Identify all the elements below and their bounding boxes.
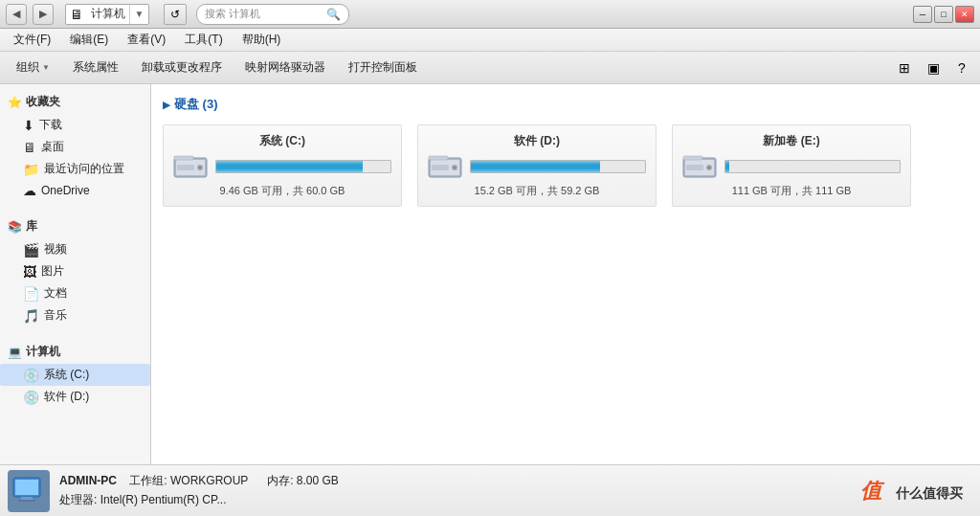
sidebar-item-video[interactable]: 🎬 视频 xyxy=(0,238,150,260)
drive-item-2[interactable]: 新加卷 (E:) 111 GB 可用，共 111 GB xyxy=(672,124,911,207)
drive-progress-bar-2 xyxy=(725,161,729,172)
drive-progress-container-0 xyxy=(215,160,391,173)
sidebar-item-downloads[interactable]: ⬇ 下载 xyxy=(0,114,150,136)
sidebar-libraries-section: 📚 库 🎬 视频 🖼 图片 📄 文档 🎵 音乐 xyxy=(0,214,150,326)
forward-button[interactable]: ▶ xyxy=(33,4,54,25)
uninstall-button[interactable]: 卸载或更改程序 xyxy=(131,55,233,80)
map-drive-button[interactable]: 映射网络驱动器 xyxy=(234,55,336,80)
menu-item-查看(V)[interactable]: 查看(V) xyxy=(118,30,175,50)
sidebar-item-onedrive[interactable]: ☁ OneDrive xyxy=(0,180,150,201)
computer-status-icon xyxy=(8,470,50,512)
drive-progress-container-1 xyxy=(470,160,646,173)
open-control-panel-button[interactable]: 打开控制面板 xyxy=(338,55,428,80)
svg-point-15 xyxy=(708,167,711,169)
system-properties-label: 系统属性 xyxy=(73,59,119,76)
address-icon: 🖥 xyxy=(66,7,87,22)
sidebar-item-d-drive[interactable]: 💿 软件 (D:) xyxy=(0,386,150,408)
sidebar: ⭐ 收藏夹 ⬇ 下载 🖥 桌面 📁 最近访问的位置 ☁ OneDrive xyxy=(0,84,151,464)
svg-rect-19 xyxy=(15,480,38,495)
refresh-button[interactable]: ↺ xyxy=(164,4,187,25)
address-text: 计算机 xyxy=(87,6,129,22)
toolbar-right: ⊞ ▣ ? xyxy=(892,56,974,80)
address-bar[interactable]: 🖥 计算机 ▼ xyxy=(65,4,149,25)
minimize-button[interactable]: ─ xyxy=(913,6,932,23)
organize-button[interactable]: 组织 ▼ xyxy=(6,55,60,80)
uninstall-label: 卸载或更改程序 xyxy=(142,59,222,76)
drive-item-1[interactable]: 软件 (D:) 15.2 GB 可用，共 59.2 GB xyxy=(417,124,657,207)
drives-row: 系统 (C:) 9.46 GB 可用，共 60.0 GB xyxy=(163,124,969,207)
svg-rect-4 xyxy=(177,165,194,170)
sidebar-libraries-title: 📚 库 xyxy=(0,214,150,238)
drive-name-1: 软件 (D:) xyxy=(428,133,646,149)
drive-icon-bar-2 xyxy=(682,153,901,180)
drive-name-2: 新加卷 (E:) xyxy=(682,133,901,149)
recent-icon: 📁 xyxy=(23,162,39,177)
status-info: ADMIN-PC 工作组: WORKGROUP 内存: 8.00 GB 处理器:… xyxy=(59,472,851,508)
menu-item-文件(F)[interactable]: 文件(F) xyxy=(4,30,60,50)
pictures-icon: 🖼 xyxy=(23,264,36,280)
main-content: ⭐ 收藏夹 ⬇ 下载 🖥 桌面 📁 最近访问的位置 ☁ OneDrive xyxy=(0,84,980,464)
toolbar: 组织 ▼ 系统属性 卸载或更改程序 映射网络驱动器 打开控制面板 ⊞ ▣ ? xyxy=(0,52,980,84)
drive-progress-bar-0 xyxy=(216,161,363,172)
search-box[interactable]: 搜索 计算机 🔍 xyxy=(196,4,349,25)
view-icon-button[interactable]: ⊞ xyxy=(892,56,917,80)
help-icon-button[interactable]: ? xyxy=(949,56,974,80)
open-control-panel-label: 打开控制面板 xyxy=(348,59,417,76)
computer-icon: 💻 xyxy=(8,346,22,359)
drive-icon-0 xyxy=(173,153,208,180)
drive-area: 硬盘 (3) 系统 (C:) xyxy=(151,84,980,464)
svg-point-3 xyxy=(199,167,202,169)
svg-rect-20 xyxy=(21,497,33,500)
organize-arrow: ▼ xyxy=(42,63,50,72)
sidebar-item-documents[interactable]: 📄 文档 xyxy=(0,282,150,304)
svg-rect-5 xyxy=(174,156,193,160)
menu-item-工具(T)[interactable]: 工具(T) xyxy=(175,30,232,50)
title-bar: ◀ ▶ 🖥 计算机 ▼ ↺ 搜索 计算机 🔍 ─ □ ✕ xyxy=(0,0,980,29)
sidebar-favorites-section: ⭐ 收藏夹 ⬇ 下载 🖥 桌面 📁 最近访问的位置 ☁ OneDrive xyxy=(0,90,150,201)
back-button[interactable]: ◀ xyxy=(6,4,27,25)
maximize-button[interactable]: □ xyxy=(934,6,953,23)
drive-icon-bar-1 xyxy=(428,153,646,180)
drive-progress-bar-1 xyxy=(471,161,600,172)
sidebar-favorites-title: ⭐ 收藏夹 xyxy=(0,90,150,114)
close-button[interactable]: ✕ xyxy=(955,6,974,23)
svg-point-9 xyxy=(454,167,457,169)
svg-rect-10 xyxy=(432,165,449,170)
drive-section-title: 硬盘 (3) xyxy=(163,96,969,113)
onedrive-icon: ☁ xyxy=(23,183,36,198)
menu-item-编辑(E)[interactable]: 编辑(E) xyxy=(60,30,118,50)
status-bar: ADMIN-PC 工作组: WORKGROUP 内存: 8.00 GB 处理器:… xyxy=(0,464,980,516)
star-icon: ⭐ xyxy=(8,96,22,109)
sidebar-computer-section: 💻 计算机 💿 系统 (C:) 💿 软件 (D:) xyxy=(0,340,150,408)
sidebar-item-pictures[interactable]: 🖼 图片 xyxy=(0,260,150,282)
search-placeholder: 搜索 计算机 xyxy=(205,7,326,21)
sidebar-computer-title: 💻 计算机 xyxy=(0,340,150,364)
system-properties-button[interactable]: 系统属性 xyxy=(62,55,129,80)
title-bar-left: ◀ ▶ 🖥 计算机 ▼ ↺ 搜索 计算机 🔍 xyxy=(6,4,349,25)
sidebar-item-desktop[interactable]: 🖥 桌面 xyxy=(0,136,150,158)
status-line-2: 处理器: Intel(R) Pentium(R) CP... xyxy=(59,491,851,509)
drive-icon-1 xyxy=(428,153,462,180)
sidebar-item-c-drive[interactable]: 💿 系统 (C:) xyxy=(0,364,150,386)
d-drive-icon: 💿 xyxy=(23,390,39,405)
sidebar-item-recent[interactable]: 📁 最近访问的位置 xyxy=(0,158,150,180)
window-controls: ─ □ ✕ xyxy=(913,6,974,23)
menu-bar: 文件(F)编辑(E)查看(V)工具(T)帮助(H) xyxy=(0,29,980,52)
sidebar-item-music[interactable]: 🎵 音乐 xyxy=(0,304,150,326)
address-dropdown-arrow[interactable]: ▼ xyxy=(129,5,148,24)
svg-rect-17 xyxy=(683,156,702,160)
documents-icon: 📄 xyxy=(23,286,39,302)
download-icon: ⬇ xyxy=(23,118,34,133)
view-icon: ⊞ xyxy=(899,60,910,76)
desktop-icon: 🖥 xyxy=(23,140,36,155)
drive-info-1: 15.2 GB 可用，共 59.2 GB xyxy=(428,184,646,198)
library-icon: 📚 xyxy=(8,220,22,234)
drive-name-0: 系统 (C:) xyxy=(173,133,391,149)
drive-icon-bar-0 xyxy=(173,153,391,180)
drive-item-0[interactable]: 系统 (C:) 9.46 GB 可用，共 60.0 GB xyxy=(163,124,402,207)
music-icon: 🎵 xyxy=(23,308,39,324)
status-watermark: 值 什么值得买 xyxy=(860,477,963,505)
svg-rect-16 xyxy=(686,165,703,170)
menu-item-帮助(H)[interactable]: 帮助(H) xyxy=(233,30,291,50)
preview-icon-button[interactable]: ▣ xyxy=(921,56,946,80)
